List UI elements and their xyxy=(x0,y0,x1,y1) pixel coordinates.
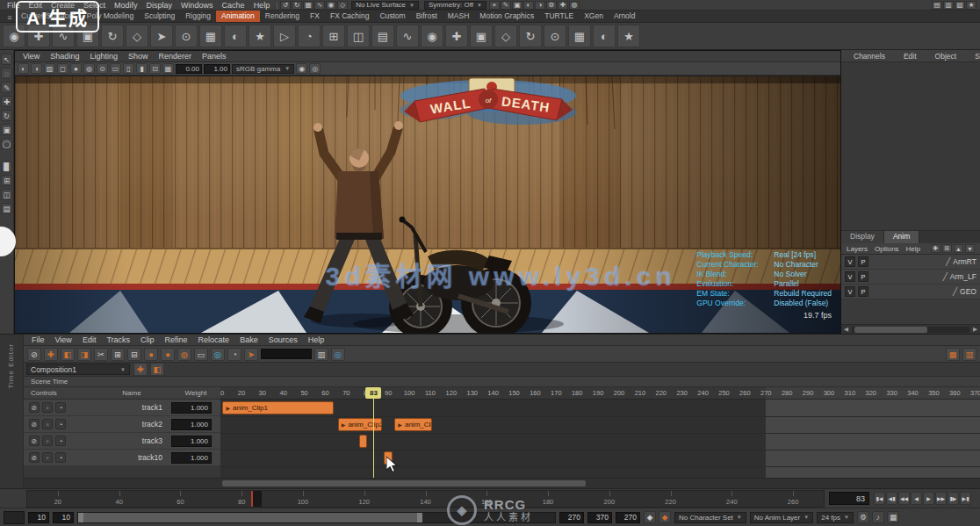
track-weight-field[interactable]: 1.000 xyxy=(171,436,212,447)
step-forward-frame-button[interactable]: ▮▶ xyxy=(948,492,959,505)
track-weight-field[interactable]: 1.000 xyxy=(171,402,212,414)
layer-playback-toggle[interactable]: P xyxy=(858,286,868,297)
shelf-tab-turtle[interactable]: TURTLE xyxy=(539,11,579,22)
snap-grid-icon[interactable]: ▦ xyxy=(303,1,313,10)
sync-icon[interactable]: ◎ xyxy=(331,348,345,361)
scroll-right-icon[interactable]: ▶ xyxy=(970,326,980,333)
view-transform-dropdown[interactable]: sRGB gamma ▼ xyxy=(232,64,294,74)
lasso-tool-icon[interactable]: ◌ xyxy=(1,68,12,79)
time-editor-scroll-thumb[interactable] xyxy=(222,480,586,486)
ghost-track-icon[interactable]: ◔ xyxy=(55,452,66,463)
layer-zero-key-icon[interactable]: ╱ xyxy=(946,257,950,266)
time-slider[interactable]: 20406080100120140160180200220240260 xyxy=(26,490,825,508)
shelf-tab-rendering[interactable]: Rendering xyxy=(260,11,305,22)
range-end-field[interactable]: 270 xyxy=(559,512,584,523)
four-pane-layout-icon[interactable]: ⊞ xyxy=(1,175,12,186)
ghost-track-icon[interactable]: ◔ xyxy=(55,436,66,446)
shelf-icon[interactable]: ▦ xyxy=(199,25,222,47)
make-live-icon[interactable]: ⌖ xyxy=(489,1,500,10)
exposure-icon[interactable]: ◉ xyxy=(296,63,307,74)
range-slider-right-handle[interactable] xyxy=(417,513,422,522)
shelf-tab-fx[interactable]: FX xyxy=(305,11,325,22)
track-row[interactable]: ⊘▫◔track101.000 xyxy=(24,450,220,466)
razor-clip-icon[interactable]: ✂ xyxy=(94,348,108,361)
time-editor-menu-help[interactable]: Help xyxy=(304,335,329,344)
mute-all-icon[interactable]: ⊘ xyxy=(27,348,41,361)
composition-options-icon[interactable]: ◧ xyxy=(150,363,164,376)
solo-track-icon[interactable]: ▫ xyxy=(42,452,53,463)
shelf-icon[interactable]: ⊙ xyxy=(175,25,198,47)
layer-editor-menu-help[interactable]: Help xyxy=(906,245,920,253)
layer-playback-toggle[interactable]: P xyxy=(858,256,868,267)
time-editor-scrollbar[interactable] xyxy=(24,478,980,488)
layer-playback-toggle[interactable]: P xyxy=(858,271,868,282)
ghost-track-icon[interactable]: ◔ xyxy=(55,402,66,413)
frame-all-icon[interactable]: ▥ xyxy=(962,348,976,361)
viewport-menu-item[interactable]: Renderer xyxy=(154,52,196,61)
animation-clip[interactable]: ▶anim_Clip1 xyxy=(222,401,334,414)
track-row[interactable]: ⊘▫◔track21.000 xyxy=(24,416,220,433)
play-backwards-button[interactable]: ◀ xyxy=(911,492,922,505)
new-layer-from-selected-icon[interactable]: ⊞ xyxy=(942,244,952,253)
shelf-icon[interactable]: ▣ xyxy=(470,25,493,47)
snap-point-icon[interactable]: ◉ xyxy=(326,1,336,10)
track-weight-field[interactable]: 1.000 xyxy=(171,419,212,430)
menubar-item[interactable]: Help xyxy=(249,1,275,10)
range-end-field[interactable]: 270 xyxy=(616,512,640,523)
xray-icon[interactable]: ◍ xyxy=(83,63,95,74)
keying-mode-icon[interactable]: ▭ xyxy=(194,348,208,361)
sidebar-toggle-icon[interactable]: ▤ xyxy=(932,1,942,10)
shelf-icon[interactable]: ⊞ xyxy=(322,25,345,47)
shelf-icon[interactable]: ◫ xyxy=(347,25,370,47)
new-layer-icon[interactable]: ✚ xyxy=(931,244,940,253)
snap-curve-icon[interactable]: ∿ xyxy=(314,1,325,10)
time-editor-menu-tracks[interactable]: Tracks xyxy=(102,335,134,344)
filter-icon[interactable]: ▥ xyxy=(314,348,328,361)
timeline-playhead-line[interactable] xyxy=(373,399,374,478)
layer-editor-tab-display[interactable]: Display xyxy=(841,231,884,243)
composition-dropdown[interactable]: Composition1 ▼ xyxy=(26,364,130,375)
clip-fragment[interactable] xyxy=(359,435,368,448)
scroll-left-icon[interactable]: ◀ xyxy=(841,326,851,333)
construction-history-icon[interactable]: ✎ xyxy=(501,1,511,10)
tool-settings-icon[interactable]: ★ xyxy=(966,1,976,10)
shelf-icon[interactable]: ⊙ xyxy=(544,25,566,47)
mute-track-icon[interactable]: ⊘ xyxy=(29,436,40,446)
gamma-field[interactable]: 1.00 xyxy=(204,64,230,74)
add-animation-clip-icon[interactable]: ● xyxy=(144,348,158,361)
viewport-menu-item[interactable]: Panels xyxy=(198,52,231,61)
shelf-icon[interactable]: ◇ xyxy=(126,25,148,47)
mute-track-icon[interactable]: ⊘ xyxy=(29,402,40,413)
time-editor-menu-sources[interactable]: Sources xyxy=(264,335,302,344)
timeline-ruler[interactable]: 1020304050607080901001101201301401501601… xyxy=(220,387,980,400)
shelf-tab-animation[interactable]: Animation xyxy=(216,11,260,22)
range-slider-bar[interactable] xyxy=(78,513,422,522)
viewport-menu-item[interactable]: View xyxy=(18,52,44,61)
viewport-scene[interactable]: WALL of DEATH xyxy=(15,76,840,333)
sound-icon[interactable]: ♪ xyxy=(872,511,884,523)
step-back-frame-button[interactable]: ◀▮ xyxy=(886,492,897,505)
go-to-start-button[interactable]: ▮◀ xyxy=(874,492,885,505)
move-clip-icon[interactable]: ✚ xyxy=(44,348,58,361)
shelf-icon[interactable]: ➤ xyxy=(150,25,173,47)
record-mode-icon[interactable]: ◎ xyxy=(211,348,225,361)
trim-clip-start-icon[interactable]: ◧ xyxy=(61,348,75,361)
ripple-toggle-icon[interactable]: ⊟ xyxy=(127,348,141,361)
shelf-icon[interactable]: ★ xyxy=(617,25,640,47)
anim-layer-dropdown[interactable]: No Anim Layer ▼ xyxy=(750,512,813,523)
channel-box-menu-object[interactable]: Object xyxy=(931,52,962,61)
viewport-menu-item[interactable]: Show xyxy=(124,52,153,61)
select-tool-icon[interactable]: ↖ xyxy=(1,54,12,65)
shelf-icon[interactable]: ◐ xyxy=(224,25,247,47)
last-tool-icon[interactable]: ◯ xyxy=(1,138,12,149)
fps-dropdown[interactable]: 24 fps ▼ xyxy=(817,512,854,523)
isolate-select-icon[interactable]: ⊙ xyxy=(97,63,108,74)
anim-layer-row[interactable]: VP╱Arm_LF xyxy=(841,270,980,285)
shelf-tab-mash[interactable]: MASH xyxy=(443,11,475,22)
layer-scrollbar[interactable]: ◀ ▶ xyxy=(841,324,980,334)
shadows-icon[interactable]: ◑ xyxy=(31,63,42,74)
shelf-icon[interactable]: ◔ xyxy=(298,25,321,47)
animation-clip[interactable]: ▶anim_Clip3 xyxy=(394,418,432,431)
shelf-icon[interactable]: ∿ xyxy=(396,25,419,47)
scale-tool-icon[interactable]: ▣ xyxy=(1,124,12,135)
